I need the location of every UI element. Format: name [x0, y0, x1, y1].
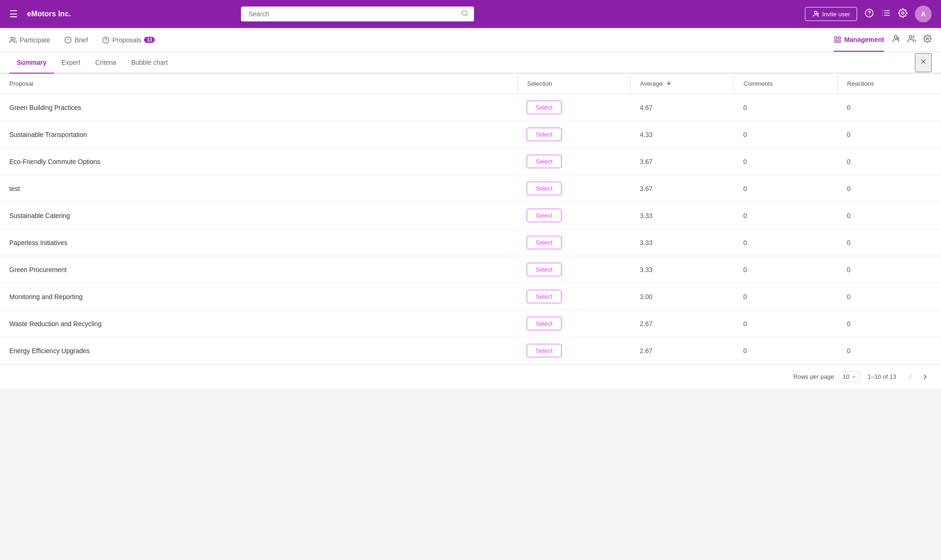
select-button[interactable]: Select: [527, 317, 561, 330]
page-info: 1–10 of 13: [868, 373, 896, 380]
svg-point-28: [927, 38, 929, 40]
settings-gear-icon[interactable]: [923, 34, 932, 45]
search-icon: [461, 9, 468, 19]
list-icon[interactable]: [881, 8, 891, 20]
management-icon: [834, 36, 841, 43]
selection-cell: Select: [517, 229, 630, 256]
sidebar-item-brief[interactable]: Brief: [64, 29, 88, 51]
next-page-button[interactable]: [919, 372, 932, 382]
tab-summary[interactable]: Summary: [9, 52, 54, 73]
selection-cell: Select: [517, 121, 630, 148]
tab-criteria-label: Criteria: [95, 59, 116, 66]
svg-rect-21: [838, 37, 841, 39]
add-user-icon: [812, 10, 819, 18]
comments-cell: 0: [734, 283, 838, 310]
comments-cell: 0: [734, 229, 838, 256]
select-button[interactable]: Select: [527, 263, 561, 276]
proposals-icon: [102, 36, 110, 44]
search-input[interactable]: [241, 7, 474, 21]
search-bar: [241, 7, 474, 21]
reactions-cell: 0: [838, 229, 941, 256]
tab-criteria[interactable]: Criteria: [88, 52, 124, 73]
proposals-table: Proposal Selection Average: [0, 74, 941, 364]
average-cell: 3.33: [631, 202, 734, 229]
page-navigation: [904, 372, 932, 382]
select-button[interactable]: Select: [527, 182, 561, 195]
second-nav-right: Management: [834, 28, 932, 52]
proposal-cell: Green Procurement: [0, 256, 517, 283]
rows-per-page-label: Rows per page:: [793, 373, 836, 380]
tab-bubble-chart-label: Bubble chart: [131, 59, 168, 66]
table-body: Green Building Practices Select 4.67 0 0…: [0, 94, 941, 364]
column-header-average[interactable]: Average: [631, 74, 734, 94]
top-navigation: ☰ eMotors Inc. Invite user: [0, 0, 941, 28]
table-row: test Select 3.67 0 0: [0, 175, 941, 202]
rows-per-page-control: Rows per page: 10: [793, 371, 860, 382]
reactions-cell: 0: [838, 337, 941, 364]
table-row: Sustainable Transportation Select 4.33 0…: [0, 121, 941, 148]
team-icon[interactable]: [907, 34, 916, 45]
comments-cell: 0: [734, 148, 838, 175]
chevron-left-icon: [907, 373, 914, 381]
second-navigation: Participate Brief Proposals 13 Managemen…: [0, 28, 941, 52]
average-cell: 4.67: [631, 94, 734, 121]
rows-per-page-value: 10: [843, 373, 849, 380]
invite-user-button[interactable]: Invite user: [805, 7, 857, 21]
svg-point-27: [909, 35, 912, 38]
select-button[interactable]: Select: [527, 236, 561, 249]
main-content: Proposal Selection Average: [0, 74, 941, 389]
average-cell: 3.67: [631, 148, 734, 175]
select-button[interactable]: Select: [527, 344, 561, 357]
proposal-cell: Monitoring and Reporting: [0, 283, 517, 310]
rows-per-page-select[interactable]: 10: [838, 371, 860, 382]
table-row: Paperless Initiatives Select 3.33 0 0: [0, 229, 941, 256]
proposal-cell: Green Building Practices: [0, 94, 517, 121]
management-label: Management: [844, 36, 884, 43]
tab-expert[interactable]: Expert: [54, 52, 88, 73]
average-cell: 3.67: [631, 175, 734, 202]
reactions-cell: 0: [838, 283, 941, 310]
sort-icon: [666, 80, 672, 87]
reactions-cell: 0: [838, 175, 941, 202]
select-button[interactable]: Select: [527, 290, 561, 303]
tab-expert-label: Expert: [62, 59, 80, 66]
help-icon[interactable]: [865, 8, 874, 20]
select-button[interactable]: Select: [527, 209, 561, 222]
reactions-cell: 0: [838, 310, 941, 337]
reactions-cell: 0: [838, 94, 941, 121]
selection-cell: Select: [517, 202, 630, 229]
proposal-cell: test: [0, 175, 517, 202]
hamburger-menu-icon[interactable]: ☰: [9, 8, 18, 20]
select-button[interactable]: Select: [527, 155, 561, 168]
add-participant-icon[interactable]: [892, 34, 900, 45]
average-cell: 4.33: [631, 121, 734, 148]
avatar[interactable]: A: [915, 6, 932, 22]
proposals-label: Proposals: [112, 36, 141, 44]
participate-icon: [9, 36, 17, 44]
selection-cell: Select: [517, 310, 630, 337]
close-button[interactable]: [915, 53, 932, 72]
selection-cell: Select: [517, 283, 630, 310]
sidebar-item-participate[interactable]: Participate: [9, 29, 50, 51]
sidebar-item-proposals[interactable]: Proposals 13: [102, 29, 155, 51]
participate-label: Participate: [20, 36, 50, 44]
column-header-comments: Comments: [734, 74, 838, 94]
proposal-cell: Waste Reduction and Recycling: [0, 310, 517, 337]
comments-cell: 0: [734, 310, 838, 337]
prev-page-button[interactable]: [904, 372, 917, 382]
average-cell: 3.33: [631, 229, 734, 256]
tab-bubble-chart[interactable]: Bubble chart: [124, 52, 175, 73]
pagination-bar: Rows per page: 10 1–10 of 13: [0, 364, 941, 389]
comments-cell: 0: [734, 256, 838, 283]
sidebar-item-management[interactable]: Management: [834, 28, 884, 52]
svg-point-2: [814, 11, 817, 14]
select-button[interactable]: Select: [527, 128, 561, 141]
settings-icon[interactable]: [898, 8, 907, 20]
top-nav-right: Invite user A: [805, 6, 932, 22]
select-button[interactable]: Select: [527, 101, 561, 114]
proposal-cell: Eco-Friendly Commute Options: [0, 148, 517, 175]
comments-cell: 0: [734, 175, 838, 202]
proposal-cell: Sustainable Transportation: [0, 121, 517, 148]
svg-point-24: [894, 35, 897, 38]
selection-cell: Select: [517, 94, 630, 121]
